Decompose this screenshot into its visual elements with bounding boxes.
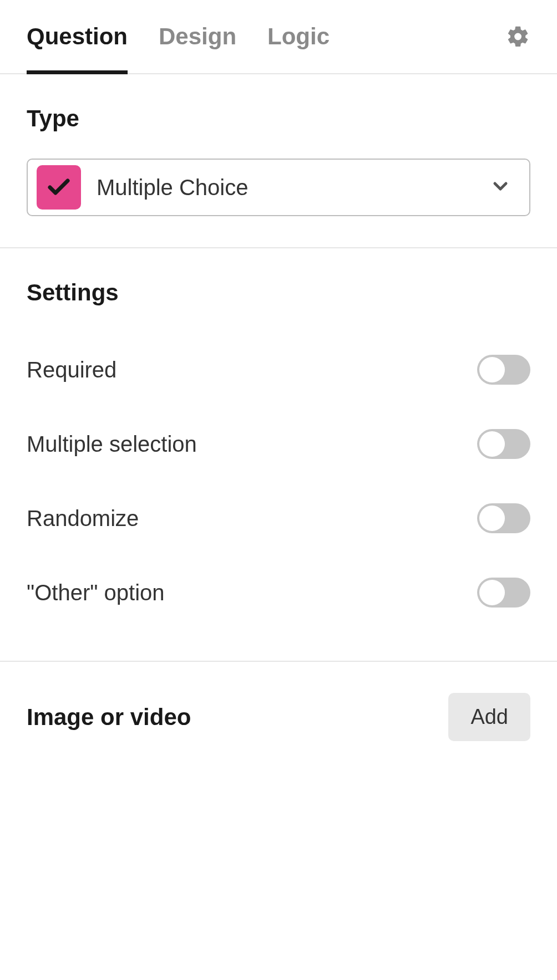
toggle-multiple-selection[interactable] xyxy=(477,429,530,459)
setting-multiple-selection-label: Multiple selection xyxy=(27,432,197,457)
multiple-choice-icon xyxy=(37,165,81,210)
setting-randomize-label: Randomize xyxy=(27,506,139,531)
type-heading: Type xyxy=(27,105,530,132)
tab-logic[interactable]: Logic xyxy=(267,0,330,73)
chevron-down-icon xyxy=(489,175,512,200)
setting-multiple-selection-row: Multiple selection xyxy=(27,407,530,481)
settings-heading: Settings xyxy=(27,279,530,306)
setting-other-option-label: "Other" option xyxy=(27,580,165,605)
type-section: Type Multiple Choice xyxy=(0,74,557,248)
gear-icon[interactable] xyxy=(506,24,530,49)
add-image-or-video-button[interactable]: Add xyxy=(448,693,530,741)
setting-randomize-row: Randomize xyxy=(27,481,530,555)
tab-design[interactable]: Design xyxy=(159,0,236,73)
tab-logic-label: Logic xyxy=(267,23,330,50)
setting-required-label: Required xyxy=(27,358,117,382)
setting-other-option-row: "Other" option xyxy=(27,555,530,630)
tab-design-label: Design xyxy=(159,23,236,50)
settings-section: Settings Required Multiple selection Ran… xyxy=(0,248,557,662)
image-or-video-section: Image or video Add xyxy=(0,662,557,772)
toggle-other-option[interactable] xyxy=(477,578,530,608)
question-type-selected: Multiple Choice xyxy=(97,175,474,200)
tab-question[interactable]: Question xyxy=(27,0,128,73)
tab-question-label: Question xyxy=(27,23,128,50)
image-or-video-heading: Image or video xyxy=(27,704,191,731)
toggle-required[interactable] xyxy=(477,355,530,385)
question-type-dropdown[interactable]: Multiple Choice xyxy=(27,159,530,216)
setting-required-row: Required xyxy=(27,333,530,407)
toggle-randomize[interactable] xyxy=(477,503,530,533)
tabs-bar: Question Design Logic xyxy=(0,0,557,74)
